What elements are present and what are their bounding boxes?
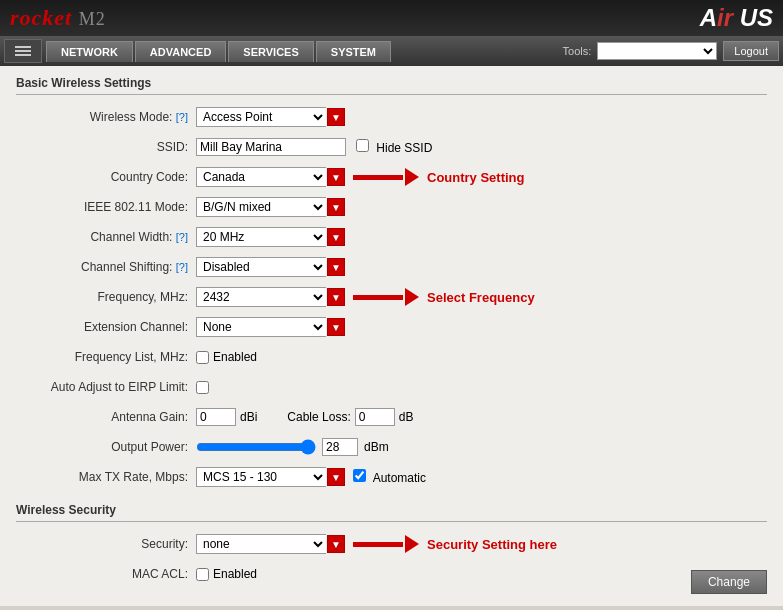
auto-adjust-checkbox[interactable]	[196, 381, 209, 394]
ssid-input[interactable]	[196, 138, 346, 156]
channel-shifting-row: Channel Shifting: [?] Disabled ▼	[16, 255, 767, 279]
channel-shifting-label: Channel Shifting: [?]	[16, 260, 196, 274]
frequency-list-row: Frequency List, MHz: Enabled	[16, 345, 767, 369]
channel-shifting-select[interactable]: Disabled	[196, 257, 326, 277]
mac-acl-checkbox[interactable]	[196, 568, 209, 581]
country-annotation: Country Setting	[427, 170, 525, 185]
extension-channel-row: Extension Channel: None ▼	[16, 315, 767, 339]
mac-acl-label: MAC ACL:	[16, 567, 196, 581]
antenna-gain-unit: dBi	[240, 410, 257, 424]
tab-advanced[interactable]: ADVANCED	[135, 41, 227, 62]
output-power-unit: dBm	[364, 440, 389, 454]
channel-width-dropdown-arrow[interactable]: ▼	[327, 228, 345, 246]
security-arrow: Security Setting here	[353, 535, 557, 553]
wireless-mode-row: Wireless Mode: [?] Access Point ▼	[16, 105, 767, 129]
channel-width-help[interactable]: [?]	[176, 231, 188, 243]
extension-channel-dropdown-arrow[interactable]: ▼	[327, 318, 345, 336]
frequency-select-wrapper: 2432 ▼	[196, 287, 345, 307]
tab-system[interactable]: SYSTEM	[316, 41, 391, 62]
security-label: Security:	[16, 537, 196, 551]
ieee-mode-row: IEEE 802.11 Mode: B/G/N mixed ▼	[16, 195, 767, 219]
wireless-mode-label: Wireless Mode: [?]	[16, 110, 196, 124]
header: rocket M2 Air US	[0, 0, 783, 36]
channel-width-row: Channel Width: [?] 20 MHz ▼	[16, 225, 767, 249]
ieee-select-wrapper: B/G/N mixed ▼	[196, 197, 345, 217]
tab-network[interactable]: NETWORK	[46, 41, 133, 62]
logo: rocket M2	[10, 5, 106, 31]
country-code-label: Country Code:	[16, 170, 196, 184]
auto-adjust-row: Auto Adjust to EIRP Limit:	[16, 375, 767, 399]
cable-loss-unit: dB	[399, 410, 414, 424]
country-code-row: Country Code: Canada ▼ Country Setting	[16, 165, 767, 189]
frequency-list-label: Frequency List, MHz:	[16, 350, 196, 364]
antenna-cable-row: Antenna Gain: dBi Cable Loss: dB	[16, 405, 767, 429]
ieee-select[interactable]: B/G/N mixed	[196, 197, 326, 217]
max-tx-select[interactable]: MCS 15 - 130	[196, 467, 326, 487]
extension-channel-select-wrapper: None ▼	[196, 317, 345, 337]
max-tx-row: Max TX Rate, Mbps: MCS 15 - 130 ▼ Automa…	[16, 465, 767, 489]
output-power-value[interactable]	[322, 438, 358, 456]
extension-channel-select[interactable]: None	[196, 317, 326, 337]
frequency-select[interactable]: 2432	[196, 287, 326, 307]
automatic-checkbox[interactable]	[353, 469, 366, 482]
country-code-select-wrapper: Canada ▼	[196, 167, 345, 187]
output-power-slider[interactable]	[196, 439, 316, 455]
antenna-gain-input[interactable]	[196, 408, 236, 426]
nav-right: Tools: Logout	[563, 41, 779, 61]
wireless-security-title: Wireless Security	[16, 503, 767, 522]
output-power-slider-container: dBm	[196, 438, 389, 456]
cable-loss-label: Cable Loss:	[287, 410, 350, 424]
cable-loss-input[interactable]	[355, 408, 395, 426]
output-power-row: Output Power: dBm	[16, 435, 767, 459]
security-row: Security: none ▼ Security Setting here	[16, 532, 767, 556]
channel-shifting-select-wrapper: Disabled ▼	[196, 257, 345, 277]
ieee-dropdown-arrow[interactable]: ▼	[327, 198, 345, 216]
hide-ssid-label: Hide SSID	[376, 141, 432, 155]
frequency-arrow: Select Frequency	[353, 288, 535, 306]
security-select[interactable]: none	[196, 534, 326, 554]
content-area: Basic Wireless Settings Wireless Mode: […	[0, 66, 783, 606]
frequency-list-enabled-label: Enabled	[213, 350, 257, 364]
ssid-label: SSID:	[16, 140, 196, 154]
channel-width-select-wrapper: 20 MHz ▼	[196, 227, 345, 247]
frequency-dropdown-arrow[interactable]: ▼	[327, 288, 345, 306]
wireless-mode-select-wrapper: Access Point ▼	[196, 107, 345, 127]
security-dropdown-arrow[interactable]: ▼	[327, 535, 345, 553]
mac-acl-enabled-label: Enabled	[213, 567, 257, 581]
logout-button[interactable]: Logout	[723, 41, 779, 61]
channel-shifting-help[interactable]: [?]	[176, 261, 188, 273]
tab-services[interactable]: SERVICES	[228, 41, 313, 62]
max-tx-label: Max TX Rate, Mbps:	[16, 470, 196, 484]
frequency-annotation: Select Frequency	[427, 290, 535, 305]
mac-acl-row: MAC ACL: Enabled	[16, 562, 767, 586]
output-power-label: Output Power:	[16, 440, 196, 454]
frequency-label: Frequency, MHz:	[16, 290, 196, 304]
channel-shifting-dropdown-arrow[interactable]: ▼	[327, 258, 345, 276]
channel-width-select[interactable]: 20 MHz	[196, 227, 326, 247]
navigation-bar: NETWORK ADVANCED SERVICES SYSTEM Tools: …	[0, 36, 783, 66]
wireless-mode-help[interactable]: [?]	[176, 111, 188, 123]
channel-width-label: Channel Width: [?]	[16, 230, 196, 244]
change-button[interactable]: Change	[691, 570, 767, 594]
country-code-select[interactable]: Canada	[196, 167, 326, 187]
wireless-mode-dropdown-arrow[interactable]: ▼	[327, 108, 345, 126]
country-arrow: Country Setting	[353, 168, 525, 186]
max-tx-dropdown-arrow[interactable]: ▼	[327, 468, 345, 486]
tools-select[interactable]	[597, 42, 717, 60]
frequency-row: Frequency, MHz: 2432 ▼ Select Frequency	[16, 285, 767, 309]
auto-adjust-label: Auto Adjust to EIRP Limit:	[16, 380, 196, 394]
security-annotation: Security Setting here	[427, 537, 557, 552]
antenna-gain-label: Antenna Gain:	[16, 410, 196, 424]
air-logo: Air US	[700, 4, 773, 32]
automatic-label: Automatic	[373, 471, 426, 485]
wireless-mode-select[interactable]: Access Point	[196, 107, 326, 127]
hide-ssid-checkbox[interactable]	[356, 139, 369, 152]
country-code-dropdown-arrow[interactable]: ▼	[327, 168, 345, 186]
nav-home-icon[interactable]	[4, 39, 42, 63]
tools-label: Tools:	[563, 45, 592, 57]
frequency-list-checkbox[interactable]	[196, 351, 209, 364]
ieee-mode-label: IEEE 802.11 Mode:	[16, 200, 196, 214]
ssid-row: SSID: Hide SSID	[16, 135, 767, 159]
basic-wireless-title: Basic Wireless Settings	[16, 76, 767, 95]
max-tx-select-wrapper: MCS 15 - 130 ▼	[196, 467, 345, 487]
